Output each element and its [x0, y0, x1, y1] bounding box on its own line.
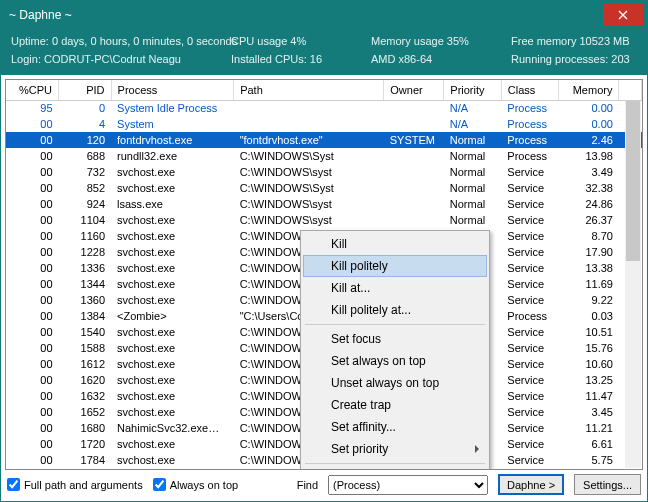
- table-cell[interactable]: Process: [501, 116, 559, 132]
- table-cell[interactable]: 00: [6, 212, 59, 228]
- table-cell[interactable]: Service: [501, 212, 559, 228]
- table-cell[interactable]: Service: [501, 260, 559, 276]
- table-cell[interactable]: 1620: [59, 372, 112, 388]
- table-cell[interactable]: lsass.exe: [111, 196, 234, 212]
- table-cell[interactable]: NahimicSvc32.exe…: [111, 420, 234, 436]
- table-cell[interactable]: svchost.exe: [111, 468, 234, 470]
- table-cell[interactable]: 0.00: [559, 116, 619, 132]
- table-cell[interactable]: 13.98: [559, 148, 619, 164]
- table-cell[interactable]: [384, 164, 444, 180]
- close-button[interactable]: [603, 4, 643, 26]
- table-cell[interactable]: 0: [59, 100, 112, 116]
- menu-set-priority[interactable]: Set priority: [303, 438, 487, 460]
- table-cell[interactable]: C:\WINDOWS\syst: [234, 196, 384, 212]
- table-cell[interactable]: 3.45: [559, 404, 619, 420]
- table-cell[interactable]: 1612: [59, 356, 112, 372]
- table-cell[interactable]: 0.00: [559, 100, 619, 116]
- table-cell[interactable]: svchost.exe: [111, 436, 234, 452]
- table-cell[interactable]: Normal: [444, 180, 502, 196]
- table-cell[interactable]: svchost.exe: [111, 292, 234, 308]
- table-cell[interactable]: C:\WINDOWS\syst: [234, 212, 384, 228]
- table-cell[interactable]: 1360: [59, 292, 112, 308]
- table-cell[interactable]: [384, 116, 444, 132]
- table-cell[interactable]: 8.70: [559, 228, 619, 244]
- table-cell[interactable]: Service: [501, 164, 559, 180]
- table-cell[interactable]: 11.69: [559, 276, 619, 292]
- table-cell[interactable]: Process: [501, 148, 559, 164]
- table-cell[interactable]: Service: [501, 228, 559, 244]
- table-cell[interactable]: svchost.exe: [111, 244, 234, 260]
- menu-set-always-top[interactable]: Set always on top: [303, 350, 487, 372]
- table-cell[interactable]: 6.61: [559, 436, 619, 452]
- table-cell[interactable]: [384, 148, 444, 164]
- table-cell[interactable]: C:\WINDOWS\syst: [234, 164, 384, 180]
- table-cell[interactable]: svchost.exe: [111, 340, 234, 356]
- col-class[interactable]: Class: [501, 80, 559, 100]
- table-cell[interactable]: 1160: [59, 228, 112, 244]
- table-cell[interactable]: Service: [501, 372, 559, 388]
- table-cell[interactable]: Service: [501, 180, 559, 196]
- table-cell[interactable]: 00: [6, 356, 59, 372]
- col-memory[interactable]: Memory: [559, 80, 619, 100]
- vertical-scrollbar[interactable]: [625, 101, 641, 468]
- table-row[interactable]: 00120fontdrvhost.exe"fontdrvhost.exe"SYS…: [6, 132, 642, 148]
- table-cell[interactable]: 26.37: [559, 212, 619, 228]
- settings-button[interactable]: Settings...: [574, 474, 641, 495]
- table-cell[interactable]: Process: [501, 308, 559, 324]
- table-cell[interactable]: 2.46: [559, 132, 619, 148]
- table-cell[interactable]: 11.47: [559, 388, 619, 404]
- table-row[interactable]: 00924lsass.exeC:\WINDOWS\systNormalServi…: [6, 196, 642, 212]
- table-cell[interactable]: Service: [501, 196, 559, 212]
- table-cell[interactable]: 1720: [59, 436, 112, 452]
- table-cell[interactable]: Process: [501, 132, 559, 148]
- table-cell[interactable]: Service: [501, 276, 559, 292]
- table-cell[interactable]: Process: [501, 100, 559, 116]
- table-cell[interactable]: 1228: [59, 244, 112, 260]
- table-cell[interactable]: 1828: [59, 468, 112, 470]
- menu-set-focus[interactable]: Set focus: [303, 328, 487, 350]
- table-row[interactable]: 004SystemN/AProcess0.00: [6, 116, 642, 132]
- table-cell[interactable]: 00: [6, 452, 59, 468]
- table-cell[interactable]: 00: [6, 404, 59, 420]
- menu-kill-politely-at[interactable]: Kill politely at...: [303, 299, 487, 321]
- table-cell[interactable]: 1680: [59, 420, 112, 436]
- daphne-button[interactable]: Daphne >: [498, 474, 564, 495]
- table-cell[interactable]: 0.03: [559, 308, 619, 324]
- col-priority[interactable]: Priority: [444, 80, 502, 100]
- table-cell[interactable]: Normal: [444, 212, 502, 228]
- table-cell[interactable]: svchost.exe: [111, 180, 234, 196]
- always-top-checkbox[interactable]: Always on top: [153, 478, 238, 491]
- table-cell[interactable]: 1104: [59, 212, 112, 228]
- table-cell[interactable]: Service: [501, 436, 559, 452]
- table-cell[interactable]: [384, 196, 444, 212]
- table-cell[interactable]: Normal: [444, 132, 502, 148]
- table-cell[interactable]: Service: [501, 420, 559, 436]
- table-cell[interactable]: svchost.exe: [111, 356, 234, 372]
- table-cell[interactable]: 00: [6, 420, 59, 436]
- table-cell[interactable]: 00: [6, 340, 59, 356]
- table-cell[interactable]: Normal: [444, 196, 502, 212]
- table-cell[interactable]: 24.86: [559, 196, 619, 212]
- table-cell[interactable]: 00: [6, 260, 59, 276]
- table-cell[interactable]: 3.49: [559, 164, 619, 180]
- table-cell[interactable]: C:\WINDOWS\Syst: [234, 180, 384, 196]
- table-cell[interactable]: Service: [501, 292, 559, 308]
- table-cell[interactable]: 1336: [59, 260, 112, 276]
- table-cell[interactable]: "fontdrvhost.exe": [234, 132, 384, 148]
- table-cell[interactable]: Service: [501, 468, 559, 470]
- table-cell[interactable]: svchost.exe: [111, 228, 234, 244]
- table-cell[interactable]: 00: [6, 116, 59, 132]
- col-cpu[interactable]: %CPU: [6, 80, 59, 100]
- table-cell[interactable]: svchost.exe: [111, 276, 234, 292]
- table-cell[interactable]: 1784: [59, 452, 112, 468]
- table-cell[interactable]: [234, 116, 384, 132]
- table-cell[interactable]: svchost.exe: [111, 372, 234, 388]
- table-cell[interactable]: N/A: [444, 100, 502, 116]
- full-path-checkbox[interactable]: Full path and arguments: [7, 478, 143, 491]
- table-cell[interactable]: 688: [59, 148, 112, 164]
- table-cell[interactable]: Normal: [444, 164, 502, 180]
- table-cell[interactable]: [619, 468, 642, 470]
- menu-set-affinity[interactable]: Set affinity...: [303, 416, 487, 438]
- table-cell[interactable]: 1384: [59, 308, 112, 324]
- table-cell[interactable]: 732: [59, 164, 112, 180]
